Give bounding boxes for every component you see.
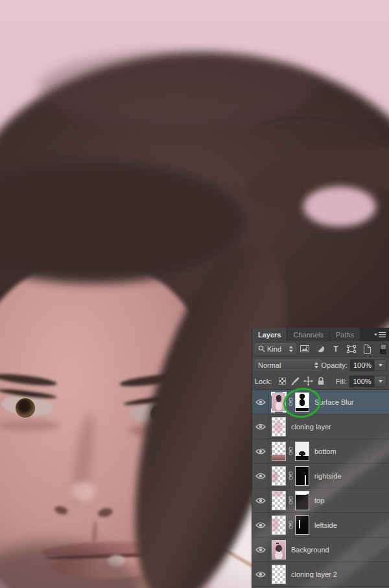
chevron-down-icon: [379, 380, 383, 383]
eye-icon: [255, 547, 266, 553]
layer-filtering-toggle[interactable]: [380, 344, 386, 354]
layer-thumbnail[interactable]: [272, 540, 286, 560]
eye-icon: [255, 571, 266, 578]
layer-name[interactable]: top: [314, 497, 324, 504]
eye-icon: [255, 473, 266, 479]
opacity-dropdown-button[interactable]: [374, 359, 386, 371]
layer-list: Surface Blur cloning layer bottom: [252, 390, 389, 588]
blend-mode-row: Normal Opacity: 100%: [252, 356, 389, 373]
photoshop-canvas: Layers Channels Paths Kind T: [0, 0, 389, 588]
panel-menu-button[interactable]: [371, 328, 389, 341]
visibility-toggle[interactable]: [252, 390, 269, 414]
photo-nose-highlight: [71, 482, 95, 501]
layers-panel: Layers Channels Paths Kind T: [252, 328, 389, 588]
opacity-value[interactable]: 100%: [350, 359, 374, 371]
fill-value[interactable]: 100%: [349, 376, 374, 387]
link-icon: [286, 521, 295, 529]
layer-thumbnail[interactable]: [272, 515, 286, 535]
visibility-toggle[interactable]: [252, 537, 269, 561]
filter-kind-label: Kind: [267, 345, 281, 353]
photo-background-gap: [303, 187, 376, 227]
visibility-toggle[interactable]: [252, 488, 269, 512]
layer-row-background[interactable]: Background: [252, 537, 389, 562]
blend-mode-value: Normal: [258, 361, 281, 369]
lock-row: Lock: Fill: 100%: [252, 373, 389, 390]
opacity-label: Opacity:: [322, 361, 348, 369]
layer-thumbnail[interactable]: [272, 491, 286, 510]
chevron-down-icon: [379, 364, 383, 367]
layer-thumbnail[interactable]: [272, 442, 286, 461]
tab-channels-label: Channels: [293, 331, 323, 339]
eye-icon: [255, 497, 266, 504]
layer-thumbnail[interactable]: [272, 417, 286, 436]
visibility-toggle[interactable]: [252, 439, 269, 463]
visibility-toggle[interactable]: [252, 562, 269, 586]
tab-channels[interactable]: Channels: [287, 328, 329, 341]
tab-layers[interactable]: Layers: [252, 328, 287, 341]
tab-paths-label: Paths: [336, 331, 354, 339]
layer-mask-thumbnail[interactable]: [295, 466, 309, 486]
lock-transparent-pixels-icon[interactable]: [276, 376, 289, 387]
link-icon: [286, 496, 295, 504]
layer-name[interactable]: cloning layer: [291, 423, 331, 431]
layer-name[interactable]: Background: [291, 546, 329, 554]
eye-icon: [255, 399, 266, 405]
eye-icon: [255, 424, 266, 430]
link-icon: [286, 471, 295, 480]
layer-filter-row: Kind T: [252, 341, 389, 356]
fill-label: Fill:: [336, 378, 347, 385]
lock-position-icon[interactable]: [301, 376, 314, 387]
layer-mask-thumbnail[interactable]: [295, 515, 309, 535]
filter-shape-layers-icon[interactable]: [344, 343, 359, 354]
filter-type-layers-icon[interactable]: T: [329, 343, 343, 354]
layer-thumbnail[interactable]: [272, 565, 286, 584]
search-icon: [258, 345, 265, 352]
tab-paths[interactable]: Paths: [330, 328, 360, 341]
eye-icon: [255, 522, 266, 528]
layer-name[interactable]: leftside: [314, 521, 337, 529]
visibility-toggle[interactable]: [252, 513, 269, 537]
filter-pixel-layers-icon[interactable]: [298, 343, 312, 354]
layer-name[interactable]: rightside: [314, 472, 342, 480]
layer-row-top[interactable]: top: [252, 488, 389, 513]
layer-mask-thumbnail[interactable]: [295, 442, 309, 461]
lock-all-icon[interactable]: [314, 376, 327, 387]
lock-image-pixels-icon[interactable]: [289, 376, 301, 387]
blend-mode-dropdown[interactable]: Normal: [255, 359, 322, 370]
photo-left-iris: [16, 398, 35, 418]
lock-label: Lock:: [255, 378, 272, 385]
layer-row-rightside[interactable]: rightside: [252, 464, 389, 488]
panel-tab-bar: Layers Channels Paths: [252, 328, 389, 341]
fill-dropdown-button[interactable]: [374, 376, 386, 387]
layer-mask-thumbnail[interactable]: [295, 491, 309, 510]
visibility-toggle[interactable]: [252, 464, 269, 488]
dropdown-spinner-icon: [289, 346, 293, 352]
dropdown-spinner-icon: [314, 362, 318, 368]
tab-layers-label: Layers: [258, 331, 281, 339]
layer-row-bottom[interactable]: bottom: [252, 439, 389, 464]
panel-menu-icon: [374, 332, 386, 338]
layer-row-cloning-layer[interactable]: cloning layer: [252, 414, 389, 439]
layer-name[interactable]: bottom: [314, 447, 336, 455]
photo-hair-wisps: [39, 51, 318, 125]
layer-row-cloning-layer-2[interactable]: cloning layer 2: [252, 562, 389, 587]
visibility-toggle[interactable]: [252, 414, 269, 438]
photo-left-undereye: [0, 420, 60, 431]
filter-kind-dropdown[interactable]: Kind: [255, 343, 296, 354]
link-icon: [286, 447, 295, 455]
layer-name[interactable]: cloning layer 2: [291, 571, 337, 578]
filter-adjustment-layers-icon[interactable]: [313, 343, 327, 354]
filter-smart-objects-icon[interactable]: [360, 343, 374, 354]
layer-row-leftside[interactable]: leftside: [252, 513, 389, 537]
eye-icon: [255, 448, 266, 455]
layer-thumbnail[interactable]: [272, 466, 286, 486]
